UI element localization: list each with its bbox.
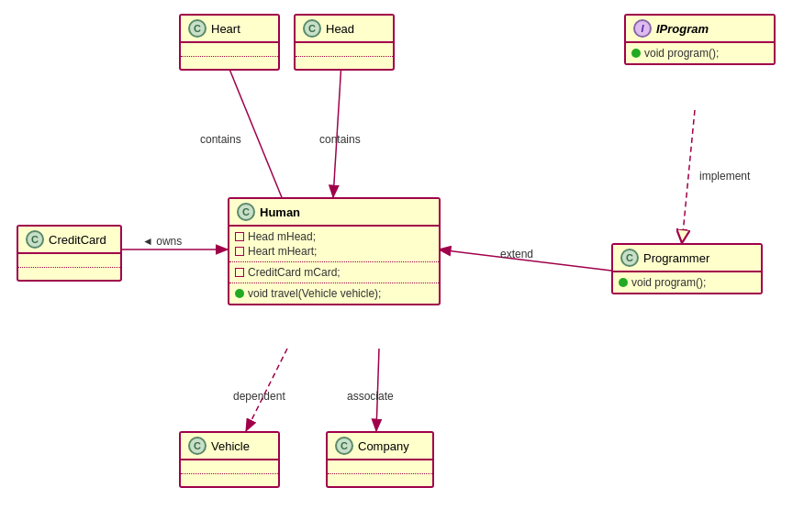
label-owns: ◄ owns xyxy=(142,235,182,248)
head-class-icon: C xyxy=(303,19,321,38)
svg-line-12 xyxy=(682,110,695,243)
programmer-body: void program(); xyxy=(613,272,761,293)
human-field-3: CreditCard mCard; xyxy=(235,265,433,280)
company-body2 xyxy=(328,473,432,486)
human-class: C Human Head mHead; Heart mHeart; Credit… xyxy=(228,197,441,305)
human-field-label-1: Head mHead; xyxy=(248,230,316,243)
human-method-label-1: void travel(Vehicle vehicle); xyxy=(248,287,381,300)
human-field-square-1 xyxy=(235,232,244,241)
programmer-header: C Programmer xyxy=(613,245,761,272)
svg-line-7 xyxy=(333,62,341,197)
human-fields: Head mHead; Heart mHeart; xyxy=(229,227,439,261)
iprogram-method-label: void program(); xyxy=(644,47,719,60)
head-header: C Head xyxy=(296,16,393,43)
iprogram-title: IProgram xyxy=(656,22,709,36)
vehicle-body2 xyxy=(181,473,278,486)
iprogram-class-icon: I xyxy=(633,19,652,38)
human-method-1: void travel(Vehicle vehicle); xyxy=(235,286,433,301)
label-implement: implement xyxy=(699,170,750,183)
human-methods: void travel(Vehicle vehicle); xyxy=(229,283,439,304)
head-body1 xyxy=(296,43,393,56)
creditcard-header: C CreditCard xyxy=(18,227,120,254)
iprogram-method-1: void program(); xyxy=(631,46,768,61)
company-class: C Company xyxy=(326,431,434,488)
vehicle-title: Vehicle xyxy=(211,439,250,453)
label-dependent: dependent xyxy=(233,390,285,403)
vehicle-body1 xyxy=(181,460,278,473)
heart-header: C Heart xyxy=(181,16,278,43)
heart-title: Heart xyxy=(211,22,240,36)
label-heart-contains: contains xyxy=(200,133,241,146)
programmer-method-label: void program(); xyxy=(631,276,706,289)
company-class-icon: C xyxy=(335,437,353,455)
heart-body1 xyxy=(181,43,278,56)
creditcard-class-icon: C xyxy=(26,230,44,249)
creditcard-class: C CreditCard xyxy=(17,225,122,282)
company-header: C Company xyxy=(328,433,432,460)
label-associate: associate xyxy=(347,390,394,403)
vehicle-header: C Vehicle xyxy=(181,433,278,460)
human-title: Human xyxy=(260,205,300,219)
head-class: C Head xyxy=(294,14,395,71)
heart-class: C Heart xyxy=(179,14,280,71)
heart-class-icon: C xyxy=(188,19,207,38)
human-header: C Human xyxy=(229,199,439,227)
human-field-square-2 xyxy=(235,247,244,256)
iprogram-class: I IProgram void program(); xyxy=(624,14,776,65)
human-field-2: Heart mHeart; xyxy=(235,244,433,259)
company-title: Company xyxy=(358,439,409,453)
creditcard-body1 xyxy=(18,254,120,267)
human-fields-2: CreditCard mCard; xyxy=(229,261,439,283)
programmer-title: Programmer xyxy=(643,251,709,265)
heart-body2 xyxy=(181,56,278,69)
diagram-container: C Heart C Head I IProgram void program()… xyxy=(0,0,804,532)
iprogram-header: I IProgram xyxy=(626,16,774,43)
iprogram-body: void program(); xyxy=(626,43,774,63)
programmer-class-icon: C xyxy=(620,249,639,267)
label-head-contains: contains xyxy=(319,133,361,146)
human-field-square-3 xyxy=(235,268,244,277)
human-field-label-2: Heart mHeart; xyxy=(248,245,317,258)
creditcard-title: CreditCard xyxy=(49,233,106,247)
human-field-1: Head mHead; xyxy=(235,229,433,244)
iprogram-method-dot xyxy=(631,49,641,58)
head-title: Head xyxy=(326,22,354,36)
creditcard-body2 xyxy=(18,267,120,280)
programmer-class: C Programmer void program(); xyxy=(611,243,763,294)
vehicle-class: C Vehicle xyxy=(179,431,280,488)
head-body2 xyxy=(296,56,393,69)
company-body1 xyxy=(328,460,432,473)
human-method-dot-1 xyxy=(235,289,244,298)
programmer-method-dot xyxy=(619,278,628,287)
programmer-method-1: void program(); xyxy=(619,275,755,290)
human-field-label-3: CreditCard mCard; xyxy=(248,266,341,279)
human-class-icon: C xyxy=(237,203,255,221)
vehicle-class-icon: C xyxy=(188,437,207,455)
label-extend: extend xyxy=(500,248,533,260)
